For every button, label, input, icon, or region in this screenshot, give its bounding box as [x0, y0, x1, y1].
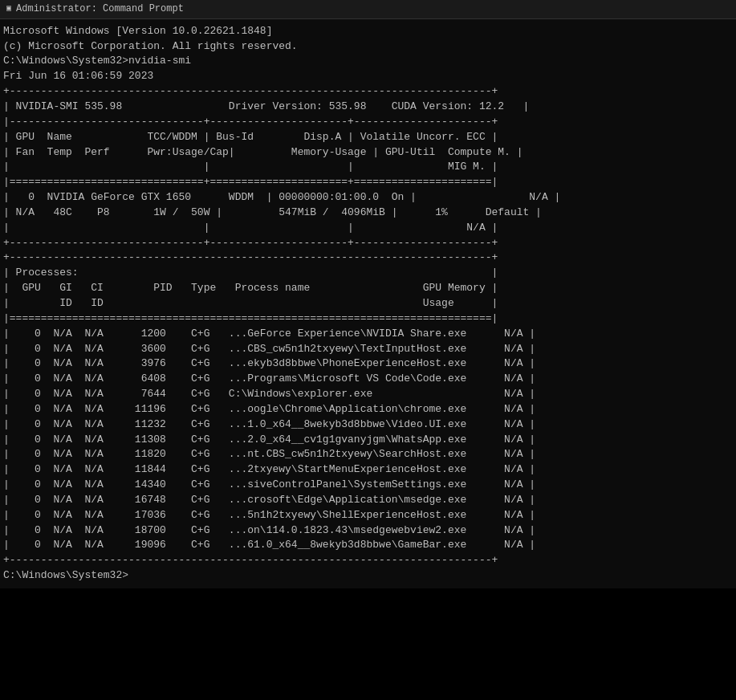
terminal-line: |===============================+=======…	[3, 175, 733, 190]
terminal-line: | 0 N/A N/A 11844 C+G ...2txyewy\StartMe…	[3, 462, 733, 478]
terminal-line: | GPU Name TCC/WDDM | Bus-Id Disp.A | Vo…	[3, 130, 733, 145]
terminal-line: | 0 N/A N/A 17036 C+G ...5n1h2txyewy\She…	[3, 508, 733, 523]
terminal-line: | 0 N/A N/A 7644 C+G C:\Windows\explorer…	[3, 387, 733, 402]
terminal-line: +---------------------------------------…	[3, 84, 733, 100]
terminal-line: | 0 N/A N/A 16748 C+G ...crosoft\Edge\Ap…	[3, 493, 733, 508]
terminal-line: | | | MIG M. |	[3, 160, 733, 175]
terminal-line: C:\Windows\System32>nvidia-smi	[3, 54, 733, 69]
terminal-line: | 0 NVIDIA GeForce GTX 1650 WDDM | 00000…	[3, 190, 733, 206]
title-bar-icon: ▣	[6, 3, 11, 14]
terminal-line: | | | N/A |	[3, 221, 733, 236]
terminal-line: C:\Windows\System32>	[3, 568, 733, 584]
terminal-line: | N/A 48C P8 1W / 50W | 547MiB / 4096MiB…	[3, 206, 733, 221]
terminal-line: (c) Microsoft Corporation. All rights re…	[3, 39, 733, 55]
terminal-line: |=======================================…	[3, 311, 733, 327]
terminal-line: | 0 N/A N/A 11308 C+G ...2.0_x64__cv1g1g…	[3, 433, 733, 448]
terminal-line: | 0 N/A N/A 1200 C+G ...GeForce Experien…	[3, 327, 733, 342]
terminal-line: | NVIDIA-SMI 535.98 Driver Version: 535.…	[3, 100, 733, 115]
terminal-line: | 0 N/A N/A 18700 C+G ...on\114.0.1823.4…	[3, 523, 733, 539]
terminal-line: | 0 N/A N/A 3976 C+G ...ekyb3d8bbwe\Phon…	[3, 356, 733, 372]
terminal-line: Fri Jun 16 01:06:59 2023	[3, 69, 733, 84]
terminal-line: | 0 N/A N/A 19096 C+G ...61.0_x64__8weky…	[3, 538, 733, 553]
terminal-line: | 0 N/A N/A 3600 C+G ...CBS_cw5n1h2txyew…	[3, 342, 733, 357]
terminal-line: | 0 N/A N/A 11232 C+G ...1.0_x64__8wekyb…	[3, 417, 733, 433]
terminal-line: | ID ID Usage |	[3, 296, 733, 311]
terminal-line: | 0 N/A N/A 6408 C+G ...Programs\Microso…	[3, 372, 733, 387]
terminal-line: | 0 N/A N/A 14340 C+G ...siveControlPane…	[3, 478, 733, 493]
terminal-line: | Processes: |	[3, 266, 733, 281]
terminal-line: | 0 N/A N/A 11820 C+G ...nt.CBS_cw5n1h2t…	[3, 447, 733, 462]
terminal-window[interactable]: Microsoft Windows [Version 10.0.22621.18…	[0, 19, 736, 588]
terminal-line: | GPU GI CI PID Type Process name GPU Me…	[3, 281, 733, 296]
terminal-line: | 0 N/A N/A 11196 C+G ...oogle\Chrome\Ap…	[3, 402, 733, 417]
terminal-line: +---------------------------------------…	[3, 553, 733, 568]
terminal-line: | Fan Temp Perf Pwr:Usage/Cap| Memory-Us…	[3, 145, 733, 161]
terminal-line: +-------------------------------+-------…	[3, 236, 733, 251]
title-bar-title: Administrator: Command Prompt	[16, 2, 184, 16]
title-bar: ▣ Administrator: Command Prompt	[0, 0, 736, 19]
terminal-line: +---------------------------------------…	[3, 250, 733, 266]
terminal-line: Microsoft Windows [Version 10.0.22621.18…	[3, 24, 733, 39]
terminal-line: |-------------------------------+-------…	[3, 115, 733, 130]
